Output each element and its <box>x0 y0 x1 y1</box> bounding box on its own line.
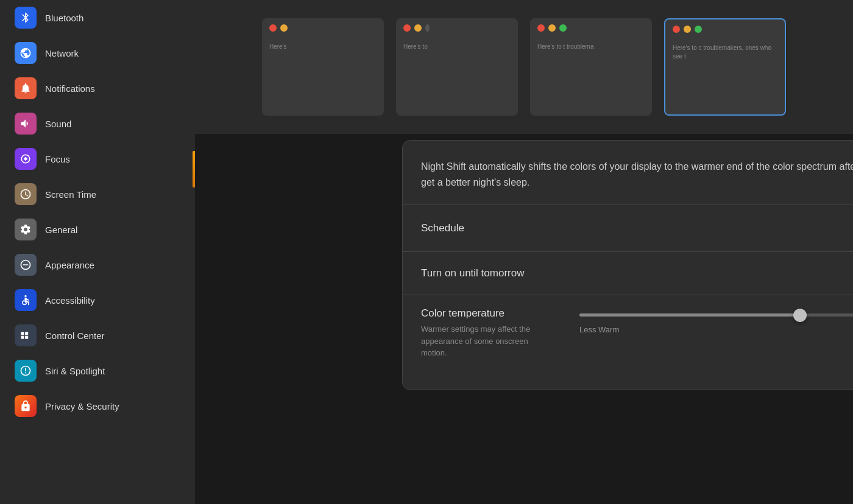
dot-red-2 <box>403 24 411 32</box>
color-temp-row: Color temperature Warmer settings may af… <box>421 295 853 371</box>
main-content: Here's Here's to Here's to t troublema <box>195 0 853 504</box>
sound-icon <box>15 113 37 135</box>
sidebar-item-siri-spotlight[interactable]: Siri & Spotlight <box>5 354 190 388</box>
thumb-text-2: Here's to <box>396 38 518 56</box>
thumb-text-4: Here's to c troublemakers, ones who see … <box>665 39 785 66</box>
turn-on-label: Turn on until tomorrow <box>421 267 524 279</box>
thumbnail-3[interactable]: Here's to t troublema <box>530 18 652 116</box>
dot-yellow-2 <box>414 24 422 32</box>
sidebar-item-accessibility[interactable]: Accessibility <box>5 283 190 317</box>
sidebar-label-bluetooth: Bluetooth <box>45 13 83 23</box>
sidebar-item-sound[interactable]: Sound <box>5 107 190 141</box>
thumbnail-2[interactable]: Here's to <box>396 18 518 116</box>
dot-partial-2 <box>425 24 430 32</box>
color-temp-subtitle: Warmer settings may affect the appearanc… <box>421 323 555 359</box>
thumbnail-1[interactable]: Here's <box>262 18 384 116</box>
sidebar-item-screen-time[interactable]: Screen Time <box>5 177 190 211</box>
control-center-icon <box>15 324 37 346</box>
sidebar-label-appearance: Appearance <box>45 260 94 270</box>
dot-red-3 <box>537 24 545 32</box>
bluetooth-icon <box>15 7 37 29</box>
thumbnails-area: Here's Here's to Here's to t troublema <box>195 0 853 134</box>
night-shift-overlay: Night Shift automatically shifts the col… <box>384 128 853 402</box>
dot-yellow-1 <box>280 24 288 32</box>
dot-yellow-3 <box>548 24 556 32</box>
sidebar-label-focus: Focus <box>45 154 70 164</box>
dot-green-4 <box>695 26 702 33</box>
turn-on-row: Turn on until tomorrow <box>421 252 853 295</box>
thumb-traffic-lights-3 <box>530 18 652 38</box>
thumbnail-4-active[interactable]: Here's to c troublemakers, ones who see … <box>664 18 786 116</box>
sidebar-label-siri-spotlight: Siri & Spotlight <box>45 366 105 376</box>
sidebar-item-network[interactable]: Network <box>5 36 190 70</box>
sidebar-item-control-center[interactable]: Control Center <box>5 318 190 352</box>
color-temp-left: Color temperature Warmer settings may af… <box>421 307 555 359</box>
dot-red-1 <box>269 24 277 32</box>
sidebar-item-appearance[interactable]: Appearance <box>5 248 190 282</box>
appearance-icon <box>15 254 37 276</box>
schedule-row: Schedule Off ⌃⌄ <box>421 205 853 251</box>
schedule-label: Schedule <box>421 222 464 234</box>
sidebar-label-privacy: Privacy & Security <box>45 401 119 411</box>
network-icon <box>15 42 37 64</box>
sidebar-label-notifications: Notifications <box>45 83 95 94</box>
siri-icon <box>15 360 37 382</box>
sidebar-item-privacy-security[interactable]: Privacy & Security <box>5 389 190 423</box>
screen-time-icon <box>15 183 37 205</box>
sidebar-item-focus[interactable]: Focus <box>5 142 190 176</box>
slider-labels: Less Warm More Warm <box>579 325 853 334</box>
dot-red-4 <box>673 26 680 33</box>
color-temp-slider-thumb[interactable] <box>793 309 807 322</box>
slider-track[interactable] <box>579 313 853 317</box>
sidebar-item-notifications[interactable]: Notifications <box>5 71 190 105</box>
slider-fill <box>579 313 800 317</box>
svg-point-0 <box>24 295 26 297</box>
thumb-traffic-lights-1 <box>262 18 384 38</box>
thumb-text-3: Here's to t troublema <box>530 38 652 56</box>
less-warm-label: Less Warm <box>579 325 619 334</box>
sidebar-label-general: General <box>45 225 77 235</box>
sidebar-item-bluetooth[interactable]: Bluetooth <box>5 1 190 35</box>
sidebar-label-control-center: Control Center <box>45 331 105 341</box>
dot-yellow-4 <box>684 26 691 33</box>
sidebar-label-network: Network <box>45 48 79 58</box>
focus-icon <box>15 148 37 170</box>
general-icon <box>15 219 37 240</box>
sidebar-label-screen-time: Screen Time <box>45 189 96 200</box>
sidebar-label-accessibility: Accessibility <box>45 295 95 306</box>
notifications-icon <box>15 77 37 99</box>
night-shift-description: Night Shift automatically shifts the col… <box>421 159 853 190</box>
sidebar: Bluetooth Network Notifications Sound <box>0 0 195 504</box>
thumb-traffic-lights-4 <box>665 19 785 39</box>
color-temp-right: Less Warm More Warm <box>555 307 853 334</box>
accessibility-icon <box>15 289 37 311</box>
slider-wrapper <box>579 313 853 317</box>
privacy-icon <box>15 395 37 417</box>
thumb-traffic-lights-2 <box>396 18 518 38</box>
color-temp-title: Color temperature <box>421 307 555 320</box>
sidebar-item-general[interactable]: General <box>5 212 190 247</box>
sidebar-label-sound: Sound <box>45 119 71 129</box>
night-shift-panel: Night Shift automatically shifts the col… <box>402 140 853 390</box>
dot-green-3 <box>559 24 567 32</box>
thumb-text-1: Here's <box>262 38 384 56</box>
